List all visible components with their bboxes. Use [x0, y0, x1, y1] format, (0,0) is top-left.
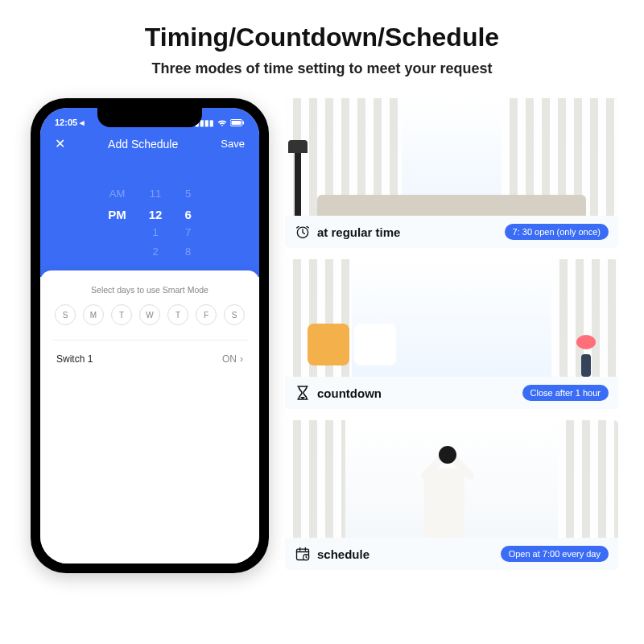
- feature-cards: at regular time 7: 30 open (only once) c…: [285, 98, 618, 573]
- card-countdown: countdown Close after 1 hour: [285, 259, 618, 409]
- page-title: Timing/Countdown/Schedule: [26, 23, 618, 52]
- save-button[interactable]: Save: [221, 138, 245, 150]
- page-subtitle: Three modes of time setting to meet your…: [26, 60, 618, 77]
- close-button[interactable]: ✕: [55, 136, 65, 151]
- card-photo: [285, 259, 618, 377]
- card-regular-time: at regular time 7: 30 open (only once): [285, 98, 618, 248]
- time-picker[interactable]: AM PM 11 12 1 2: [40, 161, 259, 277]
- switch-label: Switch 1: [56, 353, 93, 365]
- phone-mockup: 12:05 ◂ ▮▮▮▮ ✕ Add: [31, 98, 269, 573]
- picker-col-minute[interactable]: 5 6 7 8: [184, 167, 191, 259]
- svg-rect-1: [232, 121, 242, 125]
- card-photo: [285, 98, 618, 216]
- card-badge: Close after 1 hour: [522, 385, 609, 401]
- day-tue[interactable]: T: [111, 304, 132, 325]
- wifi-icon: [217, 119, 227, 127]
- card-badge: Open at 7:00 every day: [501, 546, 609, 562]
- day-sat[interactable]: S: [224, 304, 245, 325]
- screen-title: Add Schedule: [108, 138, 178, 151]
- day-thu[interactable]: T: [167, 304, 188, 325]
- picker-col-ampm[interactable]: AM PM: [108, 167, 126, 259]
- day-selector: S M T W T F S: [52, 304, 248, 341]
- phone-notch: [97, 108, 202, 127]
- card-badge: 7: 30 open (only once): [505, 224, 609, 240]
- card-title: at regular time: [317, 225, 400, 239]
- card-title: countdown: [317, 386, 382, 400]
- day-wed[interactable]: W: [139, 304, 160, 325]
- day-sun[interactable]: S: [55, 304, 76, 325]
- day-mon[interactable]: M: [83, 304, 104, 325]
- card-title: schedule: [317, 547, 369, 561]
- clock-icon: [295, 224, 311, 240]
- day-fri[interactable]: F: [196, 304, 217, 325]
- hourglass-icon: [295, 385, 311, 401]
- switch-row[interactable]: Switch 1 ON ›: [52, 341, 248, 378]
- smart-mode-label: Select days to use Smart Mode: [52, 285, 248, 295]
- calendar-icon: [295, 546, 311, 562]
- status-indicators: ▮▮▮▮: [195, 118, 245, 128]
- battery-icon: [230, 119, 245, 126]
- chevron-right-icon: ›: [240, 353, 243, 365]
- status-time: 12:05 ◂: [55, 118, 85, 128]
- switch-value: ON: [222, 353, 237, 365]
- card-schedule: schedule Open at 7:00 every day: [285, 420, 618, 570]
- svg-rect-2: [243, 122, 245, 125]
- schedule-card: Select days to use Smart Mode S M T W T …: [40, 270, 259, 564]
- card-photo: [285, 420, 618, 538]
- schedule-header: 12:05 ◂ ▮▮▮▮ ✕ Add: [40, 108, 259, 277]
- picker-col-hour[interactable]: 11 12 1 2: [149, 167, 163, 259]
